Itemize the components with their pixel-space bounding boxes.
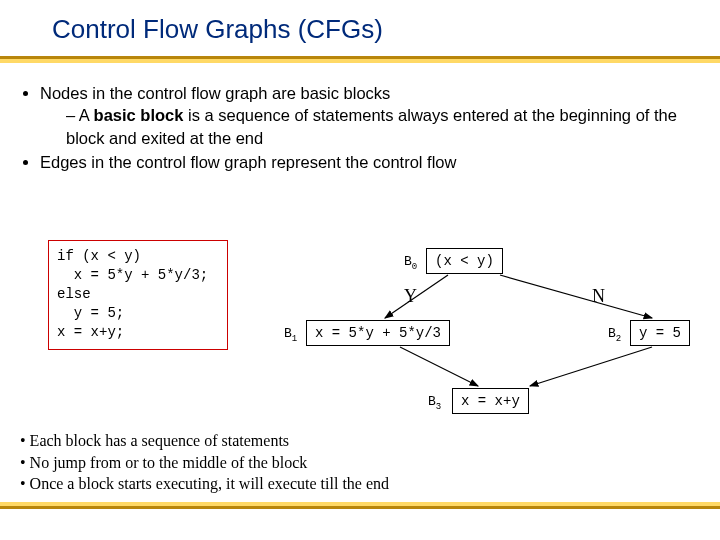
edge-n-label: N bbox=[592, 286, 605, 307]
bullet-1a: – A basic block is a sequence of stateme… bbox=[40, 104, 702, 149]
title-bar bbox=[0, 59, 720, 63]
bullet-list: Nodes in the control flow graph are basi… bbox=[22, 82, 702, 175]
block-b3-label: B3 bbox=[428, 394, 441, 412]
block-b2: y = 5 bbox=[630, 320, 690, 346]
svg-line-3 bbox=[530, 347, 652, 386]
note-1: • Each block has a sequence of statement… bbox=[20, 430, 389, 452]
bullet-2: Edges in the control flow graph represen… bbox=[40, 151, 702, 173]
edge-y-label: Y bbox=[404, 286, 417, 307]
block-b3: x = x+y bbox=[452, 388, 529, 414]
page-title: Control Flow Graphs (CFGs) bbox=[52, 14, 383, 45]
footer-rule bbox=[0, 506, 720, 509]
note-3: • Once a block starts executing, it will… bbox=[20, 473, 389, 495]
block-b0-label: B0 bbox=[404, 254, 417, 272]
footer-notes: • Each block has a sequence of statement… bbox=[20, 430, 389, 495]
block-b2-label: B2 bbox=[608, 326, 621, 344]
block-b1-label: B1 bbox=[284, 326, 297, 344]
code-snippet: if (x < y) x = 5*y + 5*y/3; else y = 5; … bbox=[48, 240, 228, 350]
bullet-1: Nodes in the control flow graph are basi… bbox=[40, 82, 702, 149]
note-2: • No jump from or to the middle of the b… bbox=[20, 452, 389, 474]
block-b1: x = 5*y + 5*y/3 bbox=[306, 320, 450, 346]
block-b0: (x < y) bbox=[426, 248, 503, 274]
svg-line-2 bbox=[400, 347, 478, 386]
svg-line-1 bbox=[500, 275, 652, 318]
